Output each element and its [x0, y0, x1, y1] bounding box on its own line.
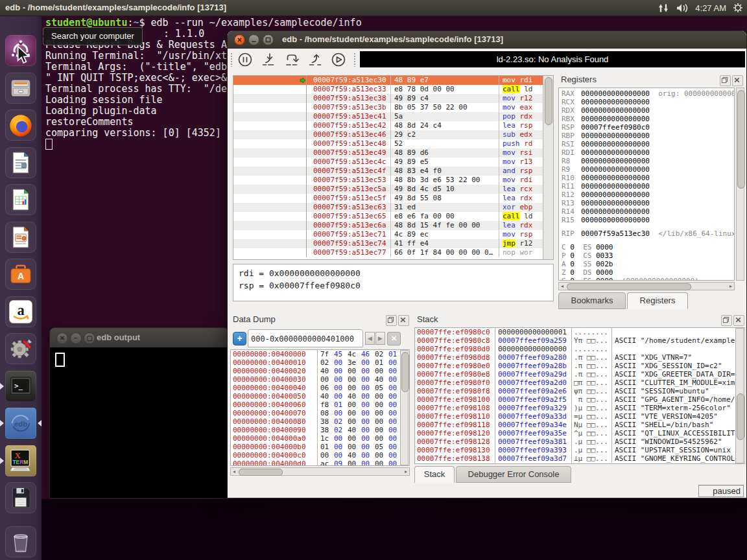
hex-dump-row[interactable]: 00000000:00400040060000000500	[231, 384, 409, 392]
hex-dump-row[interactable]: 00000000:004000b0010000000500	[231, 443, 409, 451]
disasm-row[interactable]: 00007f59:a513ec3b8b 05 37 50 22 00mov ea…	[233, 103, 553, 112]
disasm-row[interactable]: 00007f59:a513ec65e8 e6 fa 00 00call ld	[233, 212, 553, 221]
scrollbar-thumb[interactable]	[401, 352, 409, 392]
launcher-item-files[interactable]	[5, 73, 36, 104]
stack-row[interactable]: 00007ffe:ef0980e000007ffeef09a28b.π □□..…	[415, 362, 744, 370]
register-row[interactable]: RCX0000000000000000	[562, 98, 734, 106]
close-button[interactable]: ✕	[56, 332, 68, 344]
disasm-row[interactable]: 00007f59:a513ec7441 ff e4jmp r12	[233, 239, 553, 248]
disasm-row[interactable]: 00007f59:a513ec7766 0f 1f 84 00 00 00 0……	[233, 248, 553, 257]
scrollbar-thumb[interactable]	[545, 77, 552, 125]
step-into-button[interactable]	[260, 51, 277, 68]
disasm-row[interactable]: 00007f59:a513ec6a48 8d 15 4f fe 00 00lea…	[233, 221, 553, 230]
float-panel-icon[interactable]	[386, 315, 397, 326]
tab-debugger-error-console[interactable]: Debugger Error Console	[456, 466, 571, 483]
register-row[interactable]: R110000000000000000	[562, 182, 734, 191]
disasm-row[interactable]: 00007f59:a513ec3048 89 e7mov rdi	[233, 76, 553, 85]
disasm-row[interactable]: 00007f59:a513ec415apop rdx	[233, 112, 553, 121]
disasm-row[interactable]: 00007f59:a513ec714c 89 ecmov rsp	[233, 230, 553, 239]
flag-row[interactable]: Z 0 DS 0000	[562, 268, 734, 277]
hex-dump-row[interactable]: 00000000:004000d0ac0900000000	[231, 460, 409, 466]
hex-dump-row[interactable]: 00000000:004000007f454c460201	[231, 350, 409, 358]
hex-dump-row[interactable]: 00000000:00400030000000004000	[231, 375, 409, 384]
register-row[interactable]: RSI0000000000000000	[562, 140, 734, 148]
close-panel-icon[interactable]	[733, 315, 744, 326]
float-panel-icon[interactable]	[721, 315, 732, 326]
edb-output-titlebar[interactable]: ✕ − ▢ edb output	[50, 328, 229, 347]
launcher-item-floppy-archiver[interactable]	[5, 482, 36, 513]
stack-table[interactable]: 00007ffe:ef0980c00000000000000001.......…	[414, 327, 745, 464]
launcher-item-terminal[interactable]: >_	[5, 371, 36, 402]
register-row[interactable]: RDX0000000000000000	[562, 106, 734, 115]
keyboard-arrows-icon[interactable]	[658, 3, 669, 13]
float-panel-icon[interactable]	[720, 75, 731, 86]
launcher-item-edb[interactable]: edb	[5, 408, 36, 439]
tab-scroll-left-icon[interactable]: ◀	[365, 332, 375, 345]
disasm-row[interactable]: 00007f59:a513ec4248 8d 24 c4lea rsp	[233, 121, 553, 130]
register-row[interactable]: R140000000000000000	[562, 207, 734, 216]
tab-bookmarks[interactable]: Bookmarks	[558, 292, 626, 309]
stack-row[interactable]: 00007ffe:ef0980d00000000000000000.......…	[415, 345, 744, 353]
volume-icon[interactable]	[676, 3, 689, 13]
stack-row[interactable]: 00007ffe:ef0980d800007ffeef09a280.π □□..…	[415, 353, 744, 362]
edb-output-window[interactable]: ✕ − ▢ edb output	[49, 327, 230, 499]
register-row[interactable]: RBP0000000000000000	[562, 132, 734, 140]
close-dump-tab-button[interactable]: ✕	[387, 332, 401, 345]
registers-vscrollbar[interactable]	[736, 88, 744, 281]
stack-row[interactable]: 00007ffe:ef0980f800007ffeef09a2e6ψπ □□..…	[415, 387, 744, 395]
register-row[interactable]: R80000000000000000	[562, 157, 734, 165]
hex-dump-row[interactable]: 00000000:00400080380200000000	[231, 417, 409, 426]
flag-row[interactable]: C 0 ES 0000	[562, 243, 734, 251]
stack-row[interactable]: 00007ffe:ef09811000007ffeef09a33d=μ □□..…	[415, 412, 744, 421]
register-row[interactable]: RSP00007ffeef0980c0	[562, 123, 734, 132]
register-row[interactable]: RBX0000000000000000	[562, 115, 734, 123]
stack-row[interactable]: 00007ffe:ef09810800007ffeef09a329)μ □□..…	[415, 404, 744, 412]
hex-dump-row[interactable]: 00000000:004000c0000040000000	[231, 451, 409, 460]
disasm-row[interactable]: 00007f59:a513ec4852push rd	[233, 139, 553, 148]
hex-dump-table[interactable]: 00000000:004000007f454c46020100000000:00…	[230, 349, 410, 466]
launcher-item-xterm[interactable]: XTERM	[5, 445, 36, 476]
hex-dump-row[interactable]: 00000000:00400090380240000000	[231, 426, 409, 434]
disasm-row[interactable]: 00007f59:a513ec6331 edxor ebp	[233, 203, 553, 212]
clock[interactable]: 4:27 AM	[695, 3, 726, 13]
close-button[interactable]	[234, 34, 245, 45]
disassembly-view[interactable]: 00007f59:a513ec3048 89 e7mov rdi00007f59…	[233, 75, 554, 260]
stack-row[interactable]: 00007ffe:ef09812800007ffeef09a381.μ □□..…	[415, 438, 744, 446]
scrollbar-thumb[interactable]	[239, 469, 283, 476]
stack-row[interactable]: 00007ffe:ef09811800007ffeef09a34eNμ □□..…	[415, 421, 744, 429]
run-button[interactable]	[330, 51, 347, 68]
register-row[interactable]: RDI0000000000000000	[562, 148, 734, 157]
scrollbar-thumb[interactable]	[567, 283, 691, 290]
disasm-row[interactable]: 00007f59:a513ec3849 89 c4mov r12	[233, 94, 553, 103]
edb-output-terminal[interactable]	[50, 347, 229, 498]
disasm-row[interactable]: 00007f59:a513ec5348 8b 3d e6 53 22 00mov…	[233, 176, 553, 185]
toolbar-grip[interactable]	[230, 52, 233, 67]
flag-row[interactable]: S 0 FS 0000 (0000000000000000)	[562, 277, 734, 281]
registers-hscrollbar[interactable]: ◂ ▸	[558, 282, 735, 290]
launcher-item-trash[interactable]	[5, 526, 36, 557]
hex-dump-row[interactable]: 00000000:00400050400040000000	[231, 392, 409, 401]
dump-hscrollbar[interactable]: ◂ ▸	[230, 467, 410, 476]
stack-row[interactable]: 00007ffe:ef0980e800007ffeef09a29d.π □□..…	[415, 370, 744, 379]
disasm-row[interactable]: 00007f59:a513ec4948 89 d6mov rsi	[233, 148, 553, 158]
hex-dump-row[interactable]: 00000000:00400060f80100000000	[231, 401, 409, 409]
hex-dump-row[interactable]: 00000000:00400070080000000000	[231, 409, 409, 417]
hex-dump-row[interactable]: 00000000:004000a01c0000000000	[231, 434, 409, 443]
disasm-row[interactable]: 00007f59:a513ec4629 c2sub edx	[233, 130, 553, 139]
maximize-button[interactable]: ▢	[84, 332, 95, 344]
pause-button[interactable]	[237, 51, 254, 68]
tab-stack[interactable]: Stack	[414, 466, 455, 483]
launcher-item-libreoffice-writer[interactable]	[5, 147, 36, 178]
launcher-item-firefox[interactable]	[5, 110, 36, 141]
disasm-row[interactable]: 00007f59:a513ec4c49 89 e5mov r13	[233, 158, 553, 167]
flag-row[interactable]: A 0 SS 002b	[562, 260, 734, 268]
stack-row[interactable]: 00007ffe:ef0980c800007ffeef09a259Yπ □□..…	[415, 336, 744, 345]
register-row[interactable]: R100000000000000000	[562, 174, 734, 182]
maximize-button[interactable]	[263, 34, 274, 45]
stack-row[interactable]: 00007ffe:ef0980f000007ffeef09a2d0□π □□..…	[415, 379, 744, 387]
tab-registers[interactable]: Registers	[627, 292, 688, 309]
close-panel-icon[interactable]	[732, 75, 743, 86]
session-gear-icon[interactable]	[733, 3, 743, 13]
register-row[interactable]: R150000000000000000	[562, 216, 734, 224]
scrollbar-thumb[interactable]	[737, 393, 744, 440]
